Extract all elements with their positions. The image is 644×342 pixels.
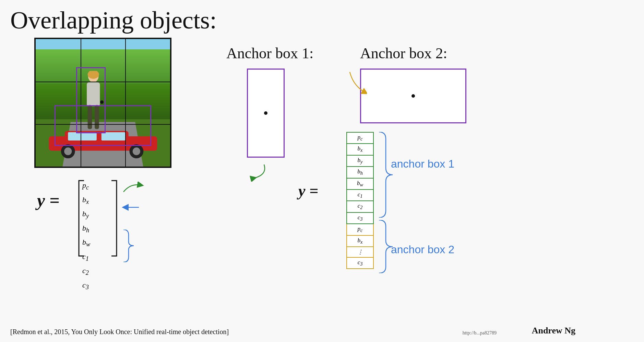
matrix-row-by: by [82,207,90,222]
y-equals-label: y = [37,190,60,210]
center-dot [100,100,104,104]
page-title: Overlapping objects: [10,6,217,35]
y-equals-middle: y = [298,182,318,200]
matrix-row-c1: c1 [82,250,90,265]
anchor-box2-handwritten: anchor box 2 [391,243,454,256]
anchor-box2-label: Anchor box 2: [360,45,447,62]
right-bracket-svg [110,179,120,258]
grid-image-bg [36,39,170,167]
vec-c31: c3 [346,213,374,224]
vec-c32: c3 [346,258,374,269]
anchor-box2-dot [412,94,415,98]
blue-arrow-1 [122,202,142,212]
green-arrow-anchor1 [240,161,274,182]
andrew-ng-label: Andrew Ng [532,326,575,336]
vec-pc1: pc [346,132,374,144]
matrix-row-bw: bw [82,236,90,250]
matrix-row-c2: c2 [82,264,90,279]
big-vector: pc bx by bh bw c1 c2 c3 pc bx ⋮ c3 [346,132,374,269]
matrix-content: pc bx by bh bw c1 c2 c3 [82,179,90,293]
vec-pc2: pc [346,224,374,235]
anchor-box1-handwritten: anchor box 1 [391,158,454,170]
anchor-box1-rect [247,69,285,158]
matrix-row-c3: c3 [82,279,90,293]
citation: [Redmon et al., 2015, You Only Look Once… [10,328,229,336]
vec-bx2: bx [346,236,374,247]
matrix-row-pc: pc [82,179,90,193]
bbox-car [55,105,151,146]
vec-bx1: bx [346,144,374,155]
blue-curly-brace-1 [375,132,394,218]
vec-by1: by [346,156,374,167]
vec-bh1: bh [346,167,374,178]
right-curly-brace [122,230,135,262]
yellow-arrow [346,69,367,96]
matrix-row-bx: bx [82,193,90,208]
url-text: http://b...pa82789 [463,330,497,336]
vec-c11: c1 [346,190,374,201]
grid-image-container [34,38,171,168]
anchor-box2-rect [360,69,466,123]
vec-c21: c2 [346,201,374,212]
vec-dots2: ⋮ [346,247,374,258]
anchor-box1-label: Anchor box 1: [226,45,313,62]
matrix-row-bh: bh [82,222,90,236]
vec-bw1: bw [346,179,374,190]
green-arrow-1 [120,182,144,195]
anchor-box1-dot [264,111,267,115]
